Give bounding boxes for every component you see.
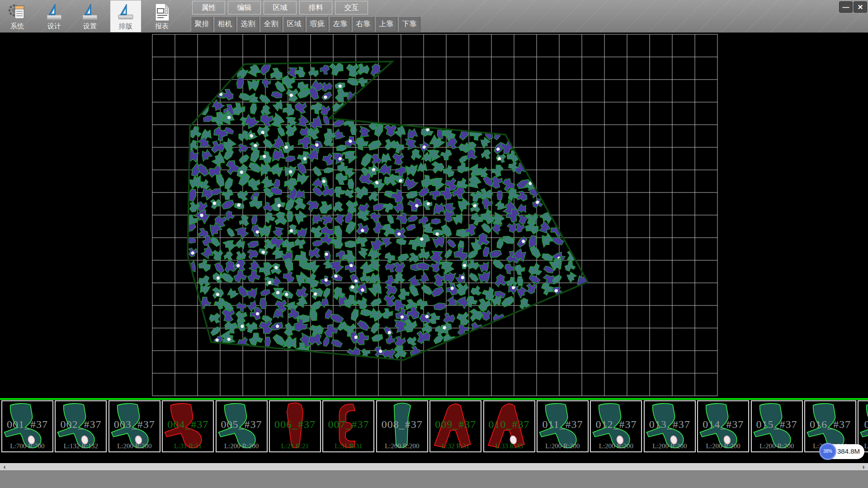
nav-item-5[interactable]: 报表 — [146, 0, 177, 32]
nested-piece — [248, 161, 262, 174]
nested-piece — [563, 260, 576, 273]
nested-piece — [236, 142, 248, 154]
nested-piece — [344, 188, 355, 199]
scroll-right-icon[interactable]: › — [860, 464, 867, 471]
horizontal-scrollbar[interactable]: ‹ › — [0, 463, 868, 470]
tool-button-5[interactable]: 区域 — [283, 16, 305, 32]
thumbnail-004_#37[interactable]: 004_#37 L:31 R:31 — [162, 400, 214, 452]
tool-button-10[interactable]: 下靠 — [398, 16, 420, 32]
set-square-icon — [83, 4, 97, 19]
nested-piece — [490, 163, 505, 178]
nested-piece — [408, 252, 419, 264]
thumbnail-009_#37[interactable]: 009_#37 L:32 R:31 — [429, 400, 481, 452]
tool-button-8[interactable]: 右靠 — [352, 16, 374, 32]
menu-tab-5[interactable]: 交互 — [335, 1, 368, 14]
thumbnail-013_#37[interactable]: 013_#37 L:200 R:200 — [644, 400, 696, 452]
nav-item-3[interactable]: 设置 — [75, 0, 105, 32]
nested-piece — [232, 102, 246, 116]
report-icon — [156, 4, 169, 21]
nested-piece — [383, 250, 396, 264]
menu-tab-4[interactable]: 排料 — [299, 1, 332, 14]
thumbnail-014_#37[interactable]: 014_#37 L:200 R:200 — [697, 400, 749, 452]
nested-piece — [383, 325, 394, 336]
tool-button-9[interactable]: 上靠 — [375, 16, 397, 32]
tool-button-1[interactable]: 聚排 — [191, 16, 213, 32]
nav-item-4[interactable]: 排版 — [110, 0, 141, 32]
nested-piece — [382, 308, 393, 319]
thumbnail-008_#37[interactable]: 008_#37 L:200 R:200 — [376, 400, 428, 452]
thumbnail-label: 001_#37 — [2, 418, 52, 431]
nested-piece — [297, 228, 308, 239]
thumbnail-label: 016_#37 — [805, 418, 855, 431]
thumbnail-010_#37[interactable]: 010_#37 L:33 R:33 — [483, 400, 535, 452]
nested-piece — [275, 212, 287, 225]
nested-piece — [324, 251, 331, 262]
nested-piece — [251, 215, 258, 225]
nested-piece — [235, 300, 247, 313]
thumbnail-015_#37[interactable]: 015_#37 L:200 R:200 — [751, 400, 803, 452]
thumbnail-002_#37[interactable]: 002_#37 L:132 R:132 — [55, 400, 107, 452]
nested-piece — [226, 227, 236, 238]
nested-piece — [320, 65, 330, 75]
thumbnail-label: 009_#37 — [430, 418, 481, 431]
nested-piece — [505, 221, 519, 234]
tool-button-2[interactable]: 相机 — [214, 16, 236, 32]
nested-piece — [322, 287, 331, 298]
menu-tab-2[interactable]: 编辑 — [228, 1, 261, 14]
thumbnail-006_#37[interactable]: 006_#37 L:21 R:21 — [269, 400, 321, 452]
minimize-button[interactable]: — — [839, 1, 853, 13]
nested-piece — [396, 238, 407, 245]
thumbnail-012_#37[interactable]: 012_#37 L:200 R:200 — [590, 400, 642, 452]
nested-piece — [222, 309, 235, 322]
nested-piece — [260, 289, 271, 297]
nested-piece — [468, 321, 483, 336]
thumbnail-lr-count: L:700 R:700 — [2, 442, 52, 450]
nested-piece — [286, 114, 298, 127]
nested-piece — [322, 115, 330, 125]
nav-item-2[interactable]: 设计 — [39, 0, 70, 32]
memory-percent-indicator: 38% — [819, 443, 836, 460]
set-square-icon — [80, 2, 100, 22]
menu-tab-3[interactable]: 区域 — [264, 1, 297, 14]
scroll-left-icon[interactable]: ‹ — [1, 464, 8, 471]
nested-piece — [245, 247, 259, 261]
thumbnail-label: 002_#37 — [56, 418, 106, 431]
nested-piece — [392, 153, 404, 165]
tool-button-4[interactable]: 全割 — [260, 16, 282, 32]
thumbnail-lr-count: L:33 R:33 — [484, 442, 534, 450]
nested-piece — [323, 167, 333, 174]
thumbnail-011_#37[interactable]: 011_#37 L:200 R:200 — [537, 400, 589, 452]
close-button[interactable]: ✕ — [854, 1, 867, 13]
nested-pieces-layer — [184, 61, 589, 361]
thumbnail-label: 012_#37 — [591, 418, 641, 431]
nested-piece — [406, 335, 418, 347]
tool-button-7[interactable]: 左靠 — [329, 16, 351, 32]
nested-piece — [360, 152, 373, 167]
nav-item-label: 设计 — [39, 22, 70, 31]
nested-piece — [539, 209, 555, 225]
thumbnail-005_#37[interactable]: 005_#37 L:200 R:200 — [216, 400, 268, 452]
nested-piece — [311, 186, 324, 197]
nested-piece — [197, 136, 211, 150]
nav-item-1[interactable]: 系统 — [2, 0, 33, 32]
nested-piece — [397, 253, 409, 263]
nested-piece — [285, 155, 296, 162]
thumbnail-007_#37[interactable]: 007_#37 L:31 R:31 — [322, 400, 374, 452]
nested-piece — [226, 288, 239, 300]
nested-piece — [489, 249, 502, 258]
report-icon — [152, 2, 172, 22]
nested-piece — [277, 126, 286, 137]
nested-piece — [319, 201, 332, 213]
thumbnail-003_#37[interactable]: 003_#37 L:200 R:200 — [108, 400, 160, 452]
tool-button-6[interactable]: 瑕疵 — [306, 16, 328, 32]
nested-piece — [309, 308, 318, 321]
nested-piece — [357, 246, 369, 258]
tool-button-3[interactable]: 选割 — [237, 16, 259, 32]
nav-item-label: 排版 — [110, 22, 141, 31]
menu-tab-1[interactable]: 属性 — [192, 1, 225, 14]
nested-piece — [515, 222, 525, 233]
nested-piece — [384, 295, 396, 307]
thumbnail-label: 010_#37 — [484, 418, 534, 431]
nested-piece — [443, 249, 453, 259]
thumbnail-001_#37[interactable]: 001_#37 L:700 R:700 — [1, 400, 53, 452]
